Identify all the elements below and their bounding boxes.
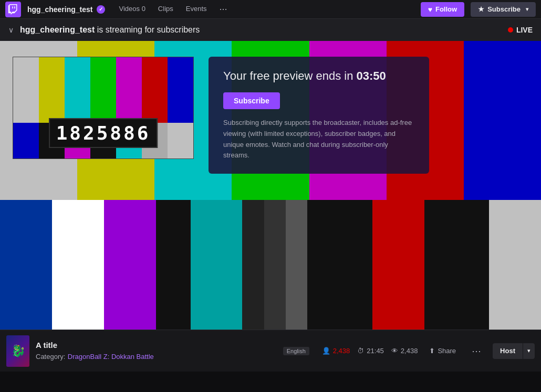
digit-display: 1825886 bbox=[49, 118, 158, 148]
live-indicator: LIVE bbox=[508, 26, 533, 34]
viewer-count: 👤 2,438 bbox=[322, 347, 350, 355]
nav-more-button[interactable]: ··· bbox=[214, 0, 233, 19]
clock-icon: ⏱ bbox=[357, 347, 364, 355]
live-dot bbox=[508, 27, 513, 33]
banner-suffix: is streaming for subscribers bbox=[97, 25, 200, 34]
stream-info-bar: 🐉 A title Category: DragonBall Z: Dokkan… bbox=[0, 330, 541, 372]
top-navigation: hgg_cheering_test Videos 0 Clips Events … bbox=[0, 0, 541, 19]
chevron-down-icon: ▾ bbox=[526, 6, 528, 12]
stream-stats: English 👤 2,438 ⏱ 21:45 👁 2,438 ⬆ Share … bbox=[283, 343, 535, 359]
nav-item-videos[interactable]: Videos 0 bbox=[113, 0, 150, 19]
language-badge: English bbox=[283, 347, 309, 355]
stream-category-link[interactable]: DragonBall Z: Dokkan Battle bbox=[68, 353, 154, 361]
host-button[interactable]: Host bbox=[493, 343, 523, 359]
twitch-icon bbox=[8, 4, 18, 15]
category-label: Category: bbox=[36, 353, 65, 361]
stream-banner: ∨ hgg_cheering_test is streaming for sub… bbox=[0, 19, 541, 41]
twitch-logo[interactable] bbox=[5, 2, 21, 17]
live-label: LIVE bbox=[516, 26, 533, 34]
stream-thumbnail: 1825886 bbox=[13, 57, 194, 159]
eye-icon: 👁 bbox=[391, 347, 398, 355]
person-icon: 👤 bbox=[322, 347, 330, 355]
stream-time: ⏱ 21:45 bbox=[357, 347, 384, 355]
more-options-button[interactable]: ⋯ bbox=[467, 343, 485, 359]
share-button[interactable]: ⬆ Share bbox=[425, 345, 460, 357]
subscribe-cta-button[interactable]: Subscribe bbox=[223, 92, 280, 109]
video-player: 1825886 Your free preview ends in 03:50 … bbox=[0, 41, 541, 330]
stream-details: A title Category: DragonBall Z: Dokkan B… bbox=[36, 341, 277, 361]
subscribe-info-panel: Your free preview ends in 03:50 Subscrib… bbox=[209, 57, 429, 174]
channel-name-label: hgg_cheering_test bbox=[27, 5, 92, 14]
share-icon: ⬆ bbox=[429, 347, 435, 355]
verified-badge bbox=[97, 5, 105, 14]
banner-channel-name: hgg_cheering_test bbox=[20, 25, 95, 34]
stream-category-row: Category: DragonBall Z: Dokkan Battle bbox=[36, 352, 277, 361]
countdown-timer: 03:50 bbox=[357, 69, 386, 82]
watch-count: 👁 2,438 bbox=[391, 347, 418, 355]
nav-item-events[interactable]: Events bbox=[181, 0, 212, 19]
nav-item-clips[interactable]: Clips bbox=[153, 0, 179, 19]
subscribe-description: Subscribing directly supports the broadc… bbox=[223, 118, 414, 161]
preview-title: Your free preview ends in 03:50 bbox=[223, 69, 414, 83]
preview-overlay: 1825886 Your free preview ends in 03:50 … bbox=[0, 41, 541, 330]
game-thumbnail: 🐉 bbox=[6, 335, 29, 367]
chevron-icon[interactable]: ∨ bbox=[8, 26, 14, 34]
heart-icon: ♥ bbox=[428, 5, 432, 14]
stream-title: A title bbox=[36, 341, 277, 349]
host-button-group: Host ▾ bbox=[493, 343, 535, 359]
star-icon: ★ bbox=[478, 5, 484, 13]
host-dropdown-button[interactable]: ▾ bbox=[523, 343, 535, 359]
follow-button[interactable]: ♥ Follow bbox=[421, 2, 464, 17]
subscribe-button[interactable]: ★ Subscribe ▾ bbox=[471, 2, 536, 17]
